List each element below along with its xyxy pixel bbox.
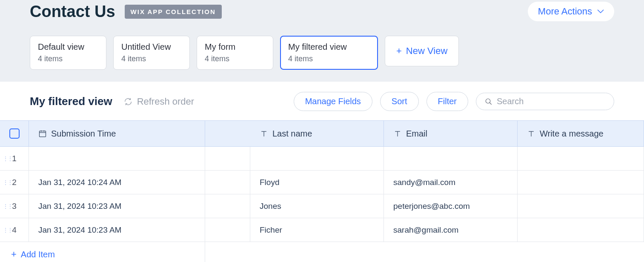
cell-submission-time[interactable] <box>29 147 205 170</box>
search-icon <box>485 97 492 106</box>
column-email[interactable]: Email <box>384 121 518 146</box>
view-label: My filtered view <box>288 42 370 52</box>
cell-last-name[interactable] <box>250 147 384 170</box>
text-icon <box>527 129 535 138</box>
column-label: Last name <box>272 129 312 139</box>
table-row[interactable]: 3 Jan 31, 2024 10:23 AM Jones peterjones… <box>0 194 644 218</box>
data-table: Submission Time Last name Email Write a … <box>0 120 644 262</box>
new-view-label: New View <box>406 46 447 57</box>
calendar-icon <box>38 129 47 138</box>
plus-icon: + <box>396 46 402 57</box>
column-label: Submission Time <box>51 129 116 139</box>
column-spacer <box>205 121 250 146</box>
table-header: Submission Time Last name Email Write a … <box>0 120 644 147</box>
table-row[interactable]: 4 Jan 31, 2024 10:23 AM Ficher sarah@gma… <box>0 218 644 242</box>
column-label: Write a message <box>540 129 604 139</box>
select-all-checkbox[interactable] <box>9 128 20 139</box>
current-view-name: My filtered view <box>30 95 112 108</box>
new-view-button[interactable]: + New View <box>385 36 459 66</box>
view-tab-untitled[interactable]: Untitled View 4 items <box>113 36 190 70</box>
view-count: 4 items <box>205 54 265 63</box>
add-item-label: Add Item <box>21 250 55 259</box>
cell-spacer <box>205 218 250 242</box>
view-count: 4 items <box>288 54 370 63</box>
cell-submission-time[interactable]: Jan 31, 2024 10:24 AM <box>29 171 205 194</box>
cell-last-name[interactable]: Ficher <box>250 218 384 242</box>
cell-email[interactable] <box>384 147 518 170</box>
table-row[interactable]: 2 Jan 31, 2024 10:24 AM Floyd sandy@mail… <box>0 171 644 194</box>
manage-fields-button[interactable]: Manage Fields <box>294 92 372 111</box>
row-number[interactable]: 1 <box>0 147 29 170</box>
plus-icon: + <box>11 249 17 260</box>
more-actions-label: More Actions <box>538 6 592 17</box>
cell-email[interactable]: sarah@gmail.com <box>384 218 518 242</box>
row-number[interactable]: 3 <box>0 194 29 218</box>
row-number[interactable]: 2 <box>0 171 29 194</box>
refresh-icon <box>123 97 133 106</box>
row-number[interactable]: 4 <box>0 218 29 242</box>
column-last-name[interactable]: Last name <box>250 121 384 146</box>
svg-rect-1 <box>40 131 46 137</box>
chevron-down-icon <box>597 9 604 14</box>
table-row[interactable]: 1 <box>0 147 644 171</box>
filter-button[interactable]: Filter <box>426 92 468 111</box>
cell-message[interactable] <box>518 171 644 194</box>
collection-type-badge: WIX APP COLLECTION <box>125 5 222 19</box>
cell-submission-time[interactable]: Jan 31, 2024 10:23 AM <box>29 218 205 242</box>
more-actions-button[interactable]: More Actions <box>528 2 614 21</box>
svg-point-0 <box>486 99 490 103</box>
view-tab-my-form[interactable]: My form 4 items <box>197 36 273 70</box>
text-icon <box>260 129 268 138</box>
view-tab-default[interactable]: Default view 4 items <box>30 36 106 70</box>
refresh-order-button[interactable]: Refresh order <box>123 96 195 107</box>
sort-button[interactable]: Sort <box>380 92 419 111</box>
cell-message[interactable] <box>518 194 644 218</box>
cell-message[interactable] <box>518 147 644 170</box>
cell-spacer <box>205 147 250 170</box>
refresh-label: Refresh order <box>137 96 195 107</box>
view-count: 4 items <box>38 54 98 63</box>
column-submission-time[interactable]: Submission Time <box>29 121 205 146</box>
view-count: 4 items <box>121 54 182 63</box>
cell-last-name[interactable]: Floyd <box>250 171 384 194</box>
view-label: My form <box>205 42 265 52</box>
column-message[interactable]: Write a message <box>518 121 644 146</box>
cell-last-name[interactable]: Jones <box>250 194 384 218</box>
search-field[interactable] <box>476 93 614 110</box>
view-label: Default view <box>38 42 98 52</box>
cell-message[interactable] <box>518 218 644 242</box>
page-title: Contact Us <box>30 3 115 21</box>
cell-email[interactable]: peterjones@abc.com <box>384 194 518 218</box>
column-label: Email <box>406 129 427 139</box>
add-item-button[interactable]: + Add Item <box>0 242 205 262</box>
search-input[interactable] <box>497 97 605 106</box>
view-tab-my-filtered[interactable]: My filtered view 4 items <box>280 36 378 70</box>
view-label: Untitled View <box>121 42 182 52</box>
cell-spacer <box>205 171 250 194</box>
text-icon <box>393 129 402 138</box>
cell-email[interactable]: sandy@mail.com <box>384 171 518 194</box>
cell-submission-time[interactable]: Jan 31, 2024 10:23 AM <box>29 194 205 218</box>
cell-spacer <box>205 194 250 218</box>
